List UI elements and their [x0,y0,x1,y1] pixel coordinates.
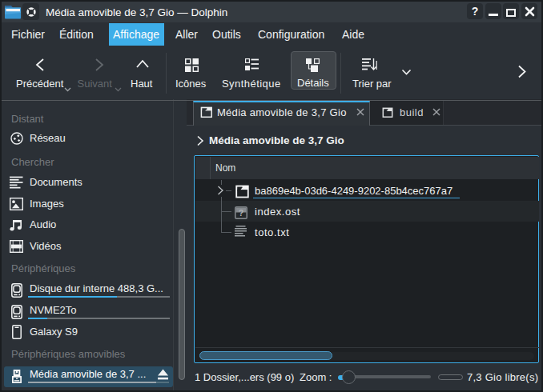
svg-text:?: ? [239,208,243,218]
